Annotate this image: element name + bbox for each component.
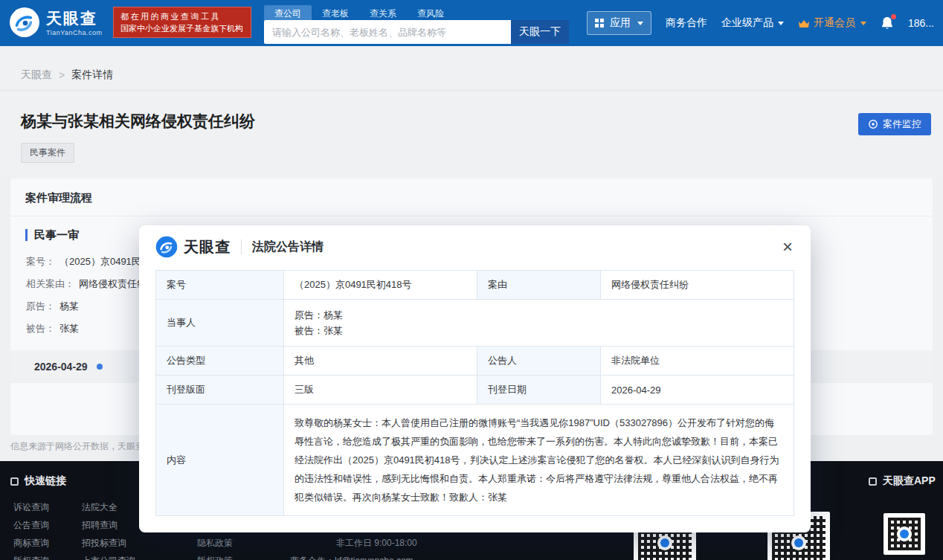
enterprise-products-label: 企业级产品 <box>721 16 773 30</box>
case-title-block: 杨某与张某相关网络侵权责任纠纷 民事案件 案件监控 <box>0 91 943 178</box>
tab-company[interactable]: 查公司 <box>264 5 312 20</box>
qr-center-logo <box>791 535 806 550</box>
footer-links-col1: 诉讼查询 公告查询 商标查询 版权查询 <box>13 498 49 560</box>
footer-link[interactable]: 公告查询 <box>13 516 49 534</box>
account-phone[interactable]: 186... <box>908 17 934 29</box>
contact-email[interactable]: 商务合作：kf@tianyancha.com <box>290 552 417 560</box>
modal-brand: 天眼查 <box>184 237 231 257</box>
court-announcement-modal: 天眼查 法院公告详情 × 案号 （2025）京0491民初418号 案由 网络侵… <box>139 225 811 532</box>
footer-links-col2: 法院大全 招聘查询 招投标查询 上市公司查询 <box>82 498 135 560</box>
close-icon[interactable]: × <box>781 238 794 256</box>
footer-link[interactable]: 诉讼查询 <box>13 498 49 516</box>
breadcrumb-current: 案件详情 <box>71 68 113 82</box>
type-value: 其他 <box>284 347 477 376</box>
footer-link[interactable]: 商标查询 <box>13 534 49 552</box>
chevron-down-icon <box>860 22 866 25</box>
modal-divider <box>241 239 242 254</box>
footer-link[interactable]: 版权查询 <box>13 552 49 560</box>
footer-link[interactable]: 上市公司查询 <box>82 552 135 560</box>
footer-link[interactable]: 法院大全 <box>82 498 135 516</box>
open-vip-label: 开通会员 <box>814 16 855 30</box>
apps-menu[interactable]: 应用 <box>587 11 651 35</box>
parties-label: 当事人 <box>156 300 284 347</box>
breadcrumb-home[interactable]: 天眼查 <box>21 68 52 82</box>
search-button[interactable]: 天眼一下 <box>511 20 569 44</box>
field-value: 张某 <box>59 322 79 335</box>
apps-grid-icon <box>595 19 599 22</box>
data-source-note: 信息来源于网络公开数据，天眼查 <box>10 440 144 453</box>
search-tabs: 查公司 查老板 查关系 查风险 <box>264 5 569 20</box>
tab-risk[interactable]: 查风险 <box>407 5 454 20</box>
tab-relation[interactable]: 查关系 <box>359 5 407 20</box>
field-label: 案号： <box>26 255 55 268</box>
monitor-icon <box>868 119 878 129</box>
app-heading: 天眼查APP <box>869 474 936 488</box>
modal-title: 法院公告详情 <box>252 239 324 255</box>
field-label: 原告： <box>26 300 55 313</box>
section-title: 案件审理流程 <box>10 178 933 216</box>
case-no-value: （2025）京0491民初418号 <box>284 271 477 300</box>
cause-label: 案由 <box>477 271 601 300</box>
cause-value: 网络侵权责任纠纷 <box>601 271 794 300</box>
page-label: 刊登版面 <box>156 376 284 405</box>
field-label: 相关案由： <box>26 277 74 291</box>
qr-code-app <box>884 513 925 555</box>
nav-enterprise-products[interactable]: 企业级产品 <box>721 16 784 30</box>
brand-logo[interactable]: 天眼查 TianYanCha.com <box>9 7 103 38</box>
plaintiff-line: 原告：杨某 <box>295 307 783 323</box>
breadcrumb-separator: > <box>59 69 65 81</box>
quick-links-heading: 快速链接 <box>10 474 66 488</box>
date-label: 刊登日期 <box>477 376 601 405</box>
promo-line1: 都在用的商业查询工具 <box>120 10 244 22</box>
tianyancha-logo-icon <box>9 7 40 38</box>
case-no-label: 案号 <box>156 271 284 300</box>
case-type-badge: 民事案件 <box>21 143 74 163</box>
search-input[interactable] <box>264 20 511 44</box>
business-cooperation-label: 商务合作 <box>666 16 707 30</box>
tab-boss[interactable]: 查老板 <box>312 5 359 20</box>
footer-link[interactable]: 版权政策 <box>197 552 233 560</box>
timeline-date: 2026-04-29 <box>34 361 88 373</box>
tianyancha-logo-icon <box>155 236 178 258</box>
brand-domain: TianYanCha.com <box>46 29 103 36</box>
header-nav: 应用 商务合作 企业级产品 开通会员 <box>587 0 934 46</box>
footer-link[interactable]: 招投标查询 <box>82 534 135 552</box>
nav-open-vip[interactable]: 开通会员 <box>798 16 866 30</box>
crown-icon <box>798 19 810 28</box>
brand-name: 天眼查 <box>46 8 103 29</box>
type-label: 公告类型 <box>156 347 284 376</box>
case-monitor-label: 案件监控 <box>883 118 921 131</box>
breadcrumb: 天眼查 > 案件详情 <box>0 46 943 91</box>
screen: 天眼查 TianYanCha.com 都在用的商业查询工具 国家中小企业发展子基… <box>0 0 943 560</box>
page-title: 杨某与张某相关网络侵权责任纠纷 <box>21 111 922 132</box>
announcer-label: 公告人 <box>477 347 601 376</box>
content-label: 内容 <box>156 405 284 516</box>
table-row: 公告类型 其他 公告人 非法院单位 <box>156 347 794 376</box>
announcer-value: 非法院单位 <box>601 347 794 376</box>
chevron-down-icon <box>637 22 643 25</box>
top-header: 天眼查 TianYanCha.com 都在用的商业查询工具 国家中小企业发展子基… <box>0 0 943 46</box>
notification-dot <box>891 14 896 19</box>
nav-business-cooperation[interactable]: 商务合作 <box>666 16 707 30</box>
content-value: 致尊敬的杨某女士：本人曾使用自己注册的微博账号“当我遇见你1987”UID（53… <box>284 405 794 516</box>
chevron-down-icon <box>778 22 784 25</box>
table-row: 案号 （2025）京0491民初418号 案由 网络侵权责任纠纷 <box>156 271 794 300</box>
page-value: 三版 <box>284 376 477 405</box>
promo-banner: 都在用的商业查询工具 国家中小企业发展子基金旗下机构 <box>113 7 251 38</box>
defendant-line: 被告：张某 <box>295 323 783 338</box>
table-row: 刊登版面 三版 刊登日期 2026-04-29 <box>156 376 794 405</box>
quick-links-title: 快速链接 <box>25 474 66 488</box>
app-icon <box>869 477 877 486</box>
footer-link[interactable]: 招聘查询 <box>82 516 135 534</box>
search-block: 查公司 查老板 查关系 查风险 天眼一下 <box>264 5 569 44</box>
field-value: 杨某 <box>59 300 79 313</box>
footer-link[interactable]: 隐私政策 <box>197 534 233 552</box>
announcement-table: 案号 （2025）京0491民初418号 案由 网络侵权责任纠纷 当事人 原告：… <box>155 270 794 516</box>
promo-line2: 国家中小企业发展子基金旗下机构 <box>120 22 244 34</box>
field-label: 被告： <box>26 322 55 335</box>
notification-bell[interactable] <box>881 16 894 30</box>
parties-value: 原告：杨某 被告：张某 <box>284 300 794 347</box>
date-value: 2026-04-29 <box>601 376 794 405</box>
table-row: 内容 致尊敬的杨某女士：本人曾使用自己注册的微博账号“当我遇见你1987”UID… <box>156 405 794 516</box>
case-monitor-button[interactable]: 案件监控 <box>858 113 931 135</box>
